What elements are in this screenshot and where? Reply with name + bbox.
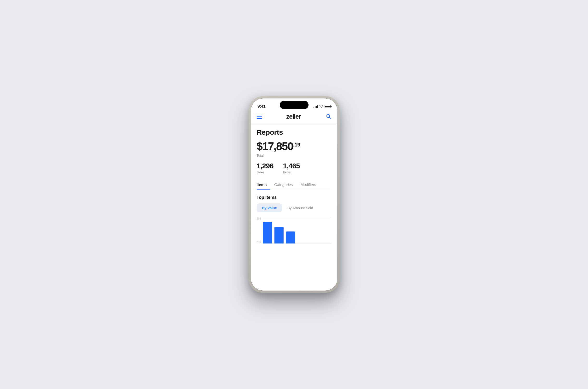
phone-inner: 9:41 bbox=[251, 98, 337, 291]
tab-modifiers[interactable]: Modifiers bbox=[297, 180, 320, 190]
y-label-bottom: 256 bbox=[257, 241, 261, 243]
items-value: 1,465 bbox=[283, 162, 300, 170]
content-area: Reports $17,850 .19 Total 1,296 Sales 1,… bbox=[251, 124, 337, 291]
chart-area: 256 256 bbox=[257, 217, 332, 243]
bar-1 bbox=[263, 222, 272, 243]
tab-items[interactable]: Items bbox=[257, 180, 271, 190]
signal-bar-4 bbox=[317, 105, 318, 108]
hamburger-line-3 bbox=[257, 118, 262, 119]
tab-categories[interactable]: Categories bbox=[270, 180, 297, 190]
status-bar: 9:41 bbox=[251, 98, 337, 111]
items-stat: 1,465 Items bbox=[283, 162, 300, 174]
phone-outer: 9:41 bbox=[249, 96, 340, 293]
scene: 9:41 bbox=[215, 90, 373, 299]
brand-logo: zeller bbox=[286, 113, 301, 120]
status-time: 9:41 bbox=[258, 104, 266, 109]
sales-value: 1,296 bbox=[257, 162, 274, 170]
signal-bar-3 bbox=[316, 106, 317, 108]
chart-y-labels: 256 256 bbox=[257, 217, 263, 243]
bars-container bbox=[263, 217, 332, 243]
hamburger-line-2 bbox=[257, 116, 262, 117]
stats-row: 1,296 Sales 1,465 Items bbox=[257, 162, 332, 174]
total-label: Total bbox=[257, 154, 332, 158]
hamburger-line-1 bbox=[257, 115, 262, 115]
bar-3 bbox=[286, 231, 295, 243]
chart-bars-wrap bbox=[263, 217, 332, 243]
toggle-by-value[interactable]: By Value bbox=[257, 203, 282, 212]
chart-grid bbox=[263, 217, 332, 243]
sales-stat: 1,296 Sales bbox=[257, 162, 274, 174]
page-title: Reports bbox=[257, 128, 332, 136]
signal-bar-2 bbox=[315, 106, 315, 108]
signal-bars-icon bbox=[313, 105, 318, 108]
total-amount-display: $17,850 .19 bbox=[257, 140, 332, 153]
toggle-by-amount[interactable]: By Amount Sold bbox=[282, 203, 318, 212]
screen: 9:41 bbox=[251, 98, 337, 291]
battery-icon bbox=[325, 105, 331, 108]
dynamic-island bbox=[280, 101, 308, 109]
status-icons bbox=[313, 105, 331, 108]
y-label-top: 256 bbox=[257, 217, 261, 220]
tabs-bar: Items Categories Modifiers bbox=[257, 180, 332, 190]
nav-bar: zeller bbox=[251, 111, 337, 124]
search-icon bbox=[326, 114, 331, 119]
hamburger-menu-icon[interactable] bbox=[257, 115, 262, 119]
battery-fill bbox=[325, 106, 330, 107]
wifi-icon bbox=[319, 105, 323, 108]
amount-cents: .19 bbox=[293, 142, 300, 148]
items-label: Items bbox=[283, 170, 300, 174]
signal-bar-1 bbox=[313, 107, 314, 108]
sales-label: Sales bbox=[257, 170, 274, 174]
top-items-title: Top Items bbox=[257, 195, 332, 200]
toggle-group: By Value By Amount Sold bbox=[257, 203, 332, 212]
bar-2 bbox=[275, 227, 283, 243]
search-button[interactable] bbox=[325, 113, 332, 120]
amount-main: $17,850 bbox=[257, 140, 293, 153]
svg-line-1 bbox=[329, 117, 331, 118]
